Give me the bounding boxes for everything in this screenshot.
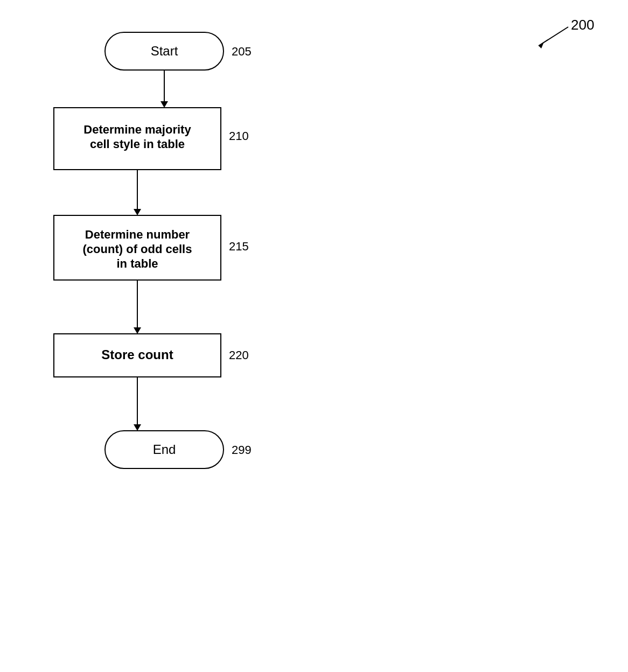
step-220-node: Store count [54,334,221,377]
ref-215: 215 [229,240,249,253]
svg-marker-11 [134,327,141,334]
arrow-215-to-220 [134,280,141,334]
ref-299: 299 [232,443,252,457]
ref-205: 205 [232,45,252,58]
end-label: End [153,442,176,457]
reference-label-200: 200 [539,17,594,48]
step-215-line3: in table [116,257,158,270]
step-215-line1: Determine number [85,228,190,241]
arrow-start-to-210 [161,70,168,108]
step-210-line2: cell style in table [90,137,185,151]
svg-marker-2 [539,42,544,48]
arrow-210-to-215 [134,170,141,215]
end-node: End [105,431,224,468]
start-node: Start [105,32,224,70]
step-215-line2: (count) of odd cells [83,242,192,256]
arrow-220-to-end [134,377,141,431]
svg-marker-14 [134,424,141,431]
step-210-line1: Determine majority [83,123,191,136]
ref-210: 210 [229,129,249,143]
flowchart-diagram: 200 Start 205 Determine majority cell st… [0,0,628,672]
step-215-node: Determine number (count) of odd cells in… [54,215,221,280]
svg-marker-5 [161,101,168,108]
svg-marker-8 [134,209,141,215]
svg-text:200: 200 [571,17,594,33]
step-220-label: Store count [101,347,173,362]
step-210-node: Determine majority cell style in table [54,108,221,170]
start-label: Start [151,44,178,58]
ref-220: 220 [229,348,249,362]
